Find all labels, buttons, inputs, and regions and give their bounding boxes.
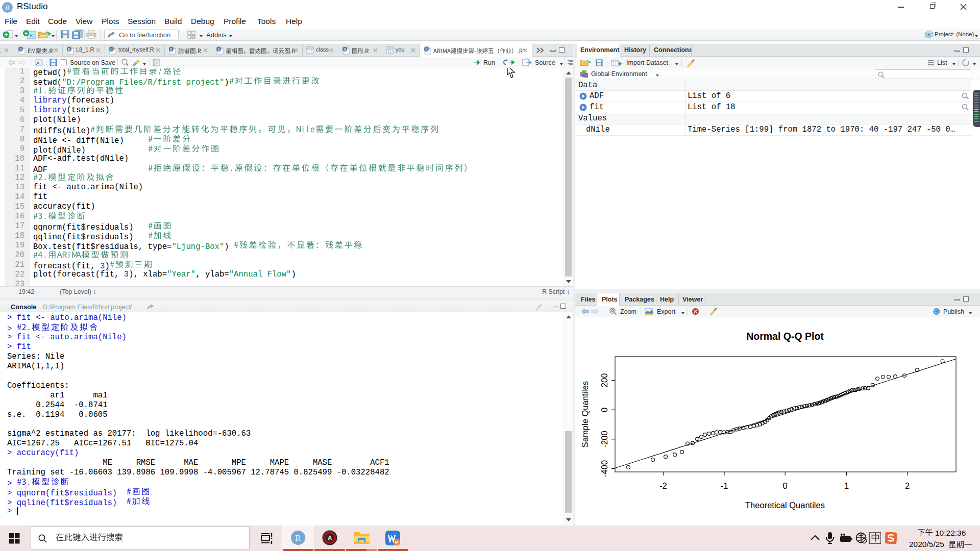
svg-text:-200: -200 — [600, 431, 609, 447]
svg-text:Theoretical Quantiles: Theoretical Quantiles — [745, 500, 825, 510]
svg-text:2: 2 — [905, 481, 910, 490]
svg-text:R: R — [927, 32, 930, 37]
svg-text:Normal Q-Q Plot: Normal Q-Q Plot — [746, 331, 824, 342]
svg-text:Sample Quantiles: Sample Quantiles — [580, 381, 590, 447]
svg-text:R: R — [29, 32, 33, 38]
svg-text:A: A — [328, 535, 332, 542]
svg-text:0: 0 — [783, 481, 788, 490]
svg-text:P: P — [395, 539, 399, 545]
svg-text:R: R — [425, 47, 428, 52]
svg-text:R: R — [110, 47, 113, 52]
svg-text:R: R — [344, 47, 346, 52]
svg-text:-2: -2 — [659, 481, 667, 490]
svg-text:0: 0 — [600, 408, 609, 412]
svg-text:1: 1 — [844, 481, 849, 490]
svg-text:R: R — [19, 47, 22, 52]
svg-text:-400: -400 — [600, 460, 609, 477]
svg-text:R: R — [170, 47, 173, 52]
svg-text:-1: -1 — [721, 481, 728, 490]
svg-text:R: R — [217, 47, 220, 52]
svg-text:R: R — [295, 533, 301, 543]
svg-text:200: 200 — [600, 373, 609, 388]
svg-text:R: R — [68, 47, 70, 52]
